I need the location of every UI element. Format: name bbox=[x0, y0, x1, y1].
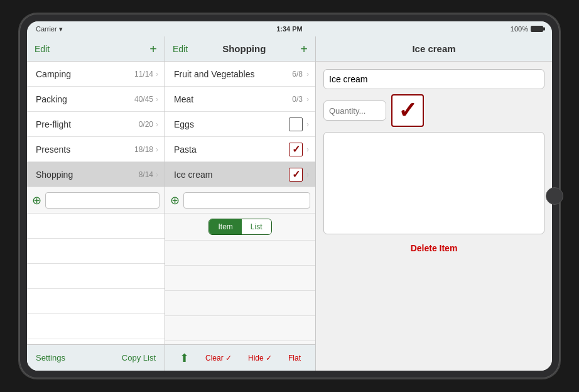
empty-row bbox=[27, 214, 165, 239]
left-edit-button[interactable]: Edit bbox=[35, 44, 50, 54]
carrier-text: Carrier bbox=[36, 25, 57, 33]
share-icon[interactable]: ⬆ bbox=[180, 351, 189, 365]
left-add-input[interactable] bbox=[45, 192, 160, 209]
big-checkbox[interactable]: ✓ bbox=[391, 94, 424, 127]
right-panel: Ice cream ✓ Delete Item bbox=[316, 36, 552, 371]
middle-panel-header: Edit Shopping + bbox=[165, 36, 315, 62]
delete-item-button[interactable]: Delete Item bbox=[323, 239, 544, 257]
empty-row bbox=[165, 266, 315, 291]
middle-add-input[interactable] bbox=[183, 192, 310, 209]
empty-row bbox=[165, 291, 315, 316]
toggle-item-button[interactable]: Item bbox=[209, 219, 241, 234]
list-item-packing[interactable]: Packing 40/45 › bbox=[27, 87, 165, 112]
item-list-toggle: Item List bbox=[208, 219, 271, 235]
empty-row bbox=[165, 316, 315, 341]
middle-list-container: Fruit and Vegetables 6/8 › Meat 0/3 › bbox=[165, 62, 315, 344]
middle-panel: Edit Shopping + Fruit and Vegetables 6/8… bbox=[165, 36, 316, 371]
battery-percent: 100% bbox=[511, 25, 528, 33]
list-items-container: Camping 11/14 › Packing 40/45 › bbox=[27, 62, 165, 344]
chevron-icon: › bbox=[156, 120, 158, 129]
item-name-input[interactable] bbox=[323, 69, 544, 89]
right-panel-content: ✓ Delete Item bbox=[316, 62, 552, 371]
list-item-presents[interactable]: Presents 18/18 › bbox=[27, 137, 165, 162]
left-panel: Edit + Camping 11/14 › Packing 40/ bbox=[27, 36, 165, 371]
middle-panel-title: Shopping bbox=[222, 43, 266, 54]
empty-row bbox=[165, 241, 315, 266]
middle-item-pasta[interactable]: Pasta › bbox=[165, 137, 315, 162]
settings-button[interactable]: Settings bbox=[36, 353, 65, 362]
middle-add-button[interactable]: + bbox=[300, 43, 308, 55]
middle-item-fruit[interactable]: Fruit and Vegetables 6/8 › bbox=[165, 62, 315, 87]
status-bar: Carrier ▾ 1:34 PM 100% bbox=[27, 21, 552, 36]
left-add-button[interactable]: + bbox=[149, 43, 157, 55]
wifi-icon: ▾ bbox=[59, 25, 63, 33]
chevron-icon: › bbox=[306, 145, 309, 154]
clear-button[interactable]: Clear ✓ bbox=[205, 354, 232, 362]
quantity-row: ✓ bbox=[323, 94, 544, 127]
list-item-preflight[interactable]: Pre-flight 0/20 › bbox=[27, 112, 165, 137]
right-panel-header: Ice cream bbox=[316, 36, 552, 62]
time-display: 1:34 PM bbox=[205, 25, 374, 33]
left-add-row: ⊕ bbox=[27, 187, 165, 214]
ipad-screen: Carrier ▾ 1:34 PM 100% Edit + Camping bbox=[27, 21, 552, 371]
hide-button[interactable]: Hide ✓ bbox=[248, 354, 272, 362]
battery-icon bbox=[531, 26, 543, 32]
middle-add-row: ⊕ bbox=[165, 187, 315, 214]
middle-panel-footer: ⬆ Clear ✓ Hide ✓ Flat bbox=[165, 344, 315, 371]
checkbox-icecream[interactable] bbox=[289, 168, 303, 182]
battery-area: 100% bbox=[374, 25, 543, 33]
checkbox-eggs[interactable] bbox=[289, 117, 303, 131]
toggle-container: Item List bbox=[165, 214, 315, 241]
main-content: Edit + Camping 11/14 › Packing 40/ bbox=[27, 36, 552, 371]
middle-empty-rows bbox=[165, 241, 315, 344]
checkbox-pasta[interactable] bbox=[289, 143, 303, 156]
toggle-list-button[interactable]: List bbox=[242, 219, 271, 234]
left-panel-header: Edit + bbox=[27, 36, 165, 62]
list-item-shopping[interactable]: Shopping 8/14 › bbox=[27, 162, 165, 187]
notes-area[interactable] bbox=[323, 132, 544, 234]
carrier-info: Carrier ▾ bbox=[36, 25, 205, 33]
empty-row bbox=[27, 339, 165, 344]
middle-edit-button[interactable]: Edit bbox=[173, 44, 188, 54]
flat-button[interactable]: Flat bbox=[288, 354, 301, 362]
chevron-icon: › bbox=[306, 70, 309, 79]
left-empty-rows bbox=[27, 214, 165, 344]
add-circle-icon[interactable]: ⊕ bbox=[32, 193, 41, 207]
empty-row bbox=[27, 314, 165, 339]
list-item-camping[interactable]: Camping 11/14 › bbox=[27, 62, 165, 87]
left-panel-footer: Settings Copy List bbox=[27, 344, 165, 371]
empty-row bbox=[27, 289, 165, 314]
big-check-icon: ✓ bbox=[398, 99, 417, 122]
chevron-icon: › bbox=[156, 145, 158, 154]
quantity-input[interactable] bbox=[323, 101, 386, 121]
chevron-icon: › bbox=[306, 120, 309, 129]
chevron-icon: › bbox=[156, 170, 158, 179]
middle-item-meat[interactable]: Meat 0/3 › bbox=[165, 87, 315, 112]
chevron-icon: › bbox=[156, 70, 158, 79]
middle-item-icecream[interactable]: Ice cream › bbox=[165, 162, 315, 187]
home-button[interactable] bbox=[546, 187, 563, 205]
middle-item-eggs[interactable]: Eggs › bbox=[165, 112, 315, 137]
right-spacer bbox=[323, 262, 544, 363]
chevron-icon: › bbox=[156, 95, 158, 104]
chevron-icon: › bbox=[306, 170, 309, 179]
ipad-device: Carrier ▾ 1:34 PM 100% Edit + Camping bbox=[19, 14, 560, 378]
empty-row bbox=[27, 264, 165, 289]
right-panel-title: Ice cream bbox=[412, 43, 455, 54]
empty-row bbox=[27, 239, 165, 264]
middle-add-circle-icon[interactable]: ⊕ bbox=[170, 193, 180, 207]
chevron-icon: › bbox=[306, 95, 309, 104]
copy-list-button[interactable]: Copy List bbox=[122, 353, 156, 362]
